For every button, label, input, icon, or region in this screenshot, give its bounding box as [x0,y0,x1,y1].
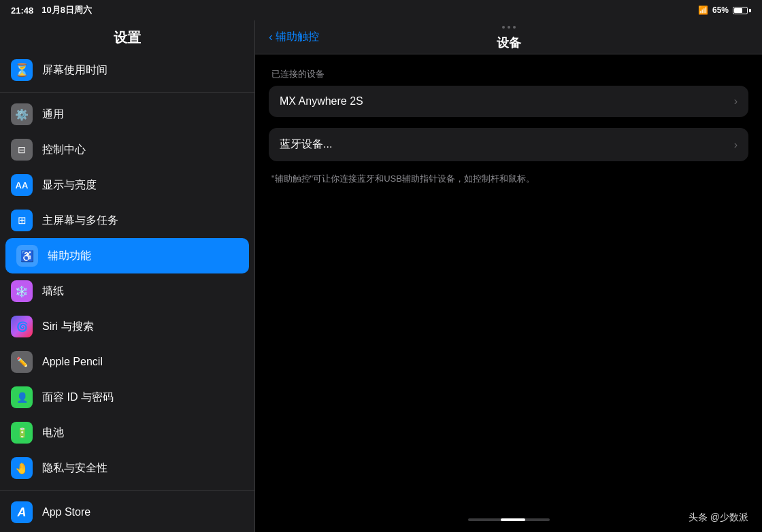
battery-icon [733,7,751,14]
mx-anywhere-row[interactable]: MX Anywhere 2S › [269,86,748,117]
description-text: "辅助触控"可让你连接蓝牙和USB辅助指针设备，如控制杆和鼠标。 [269,172,748,186]
scroll-indicator [468,518,550,521]
three-dots [502,26,516,29]
bluetooth-chevron-icon: › [734,139,738,151]
sidebar-item-home-screen[interactable]: ⊞ 主屏幕与多任务 [0,203,254,238]
time: 21:48 [11,5,33,16]
accessibility-icon: ♿ [16,245,38,267]
sidebar-item-apple-pencil[interactable]: ✏️ Apple Pencil [0,344,254,380]
connected-devices-card: MX Anywhere 2S › [269,86,748,117]
right-content: 已连接的设备 MX Anywhere 2S › 蓝牙设备... › "辅助触控"… [255,54,762,508]
right-panel: ‹ 辅助触控 设备 已连接的设备 MX Anywhere 2S › 蓝牙设备..… [255,20,762,532]
sidebar-item-general[interactable]: ⚙️ 通用 [0,97,254,132]
status-bar: 21:48 10月8日周六 📶 65% [0,0,762,20]
battery-label: 电池 [42,426,244,440]
appstore-label: App Store [42,506,244,518]
scroll-indicator-container [255,508,762,532]
settings-title: 设置 [11,29,244,47]
divider-1 [0,92,254,93]
faceid-label: 面容 ID 与密码 [42,390,244,405]
control-center-icon: ⊟ [11,139,33,161]
home-screen-label: 主屏幕与多任务 [42,214,244,228]
bluetooth-card: 蓝牙设备... › [269,128,748,161]
display-label: 显示与亮度 [42,178,244,193]
wifi-icon: 📶 [698,5,708,15]
siri-label: Siri 与搜索 [42,320,244,334]
appstore-icon: A [11,501,33,523]
sidebar-item-faceid[interactable]: 👤 面容 ID 与密码 [0,380,254,415]
sidebar-item-battery[interactable]: 🔋 电池 [0,415,254,450]
left-header: 设置 [0,20,254,52]
display-icon: AA [11,174,33,196]
sidebar-item-control-center[interactable]: ⊟ 控制中心 [0,132,254,167]
watermark: 头条 @少数派 [689,512,748,524]
privacy-label: 隐私与安全性 [42,461,244,476]
sidebar-item-display[interactable]: AA 显示与亮度 [0,167,254,203]
mx-anywhere-chevron-icon: › [734,95,738,107]
wallpaper-label: 墙纸 [42,284,244,299]
general-icon: ⚙️ [11,103,33,125]
wallpaper-icon: ❄️ [11,280,33,302]
back-button[interactable]: ‹ 辅助触控 [269,30,319,44]
home-screen-icon: ⊞ [11,210,33,231]
settings-list[interactable]: ⏳ 屏幕使用时间 ⚙️ 通用 ⊟ 控制中心 AA 显示与亮度 ⊞ [0,52,254,532]
accessibility-label: 辅助功能 [48,249,238,263]
date: 10月8日周六 [42,4,92,16]
section-header-devices: 已连接的设备 [269,68,748,80]
sidebar-item-appstore[interactable]: A App Store [0,495,254,530]
siri-icon: 🌀 [11,316,33,337]
back-chevron-icon: ‹ [269,30,273,44]
sidebar-item-siri[interactable]: 🌀 Siri 与搜索 [0,309,254,344]
screen-time-label: 屏幕使用时间 [42,63,244,78]
right-panel-title: 设备 [497,35,521,51]
right-header: ‹ 辅助触控 设备 [255,20,762,54]
bluetooth-row[interactable]: 蓝牙设备... › [269,128,748,161]
privacy-icon: 🤚 [11,457,33,479]
mx-anywhere-label: MX Anywhere 2S [280,95,734,107]
sidebar-item-privacy[interactable]: 🤚 隐私与安全性 [0,450,254,486]
status-bar-right: 📶 65% [698,5,751,15]
battery-percent: 65% [712,5,729,15]
apple-pencil-icon: ✏️ [11,351,33,373]
sidebar-item-screen-time[interactable]: ⏳ 屏幕使用时间 [0,52,254,88]
bluetooth-label: 蓝牙设备... [280,137,734,152]
divider-2 [0,490,254,491]
scroll-indicator-fill [501,518,525,521]
left-panel: 设置 ⏳ 屏幕使用时间 ⚙️ 通用 ⊟ 控制中心 AA 显示与亮度 [0,20,255,532]
sidebar-item-accessibility[interactable]: ♿ 辅助功能 [5,238,249,273]
status-bar-left: 21:48 10月8日周六 [11,4,92,16]
battery-settings-icon: 🔋 [11,422,33,444]
sidebar-item-wallpaper[interactable]: ❄️ 墙纸 [0,273,254,309]
general-label: 通用 [42,107,244,122]
back-label: 辅助触控 [276,30,319,44]
faceid-icon: 👤 [11,386,33,408]
control-center-label: 控制中心 [42,143,244,157]
screen-time-icon: ⏳ [11,59,33,81]
main-layout: 设置 ⏳ 屏幕使用时间 ⚙️ 通用 ⊟ 控制中心 AA 显示与亮度 [0,20,762,532]
apple-pencil-label: Apple Pencil [42,356,244,368]
